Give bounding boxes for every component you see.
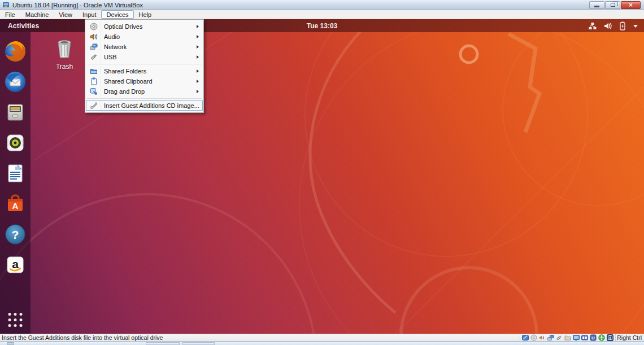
window-titlebar: Ubuntu 18.04 [Running] - Oracle VM Virtu… [0,0,644,10]
menu-separator [87,98,202,99]
submenu-arrow-icon [197,80,199,83]
restore-icon [611,3,615,7]
drag-and-drop-icon [89,88,98,95]
statusbar-device-icons: U [520,334,615,341]
files-icon[interactable] [4,101,27,124]
shared-folders-icon [89,67,98,75]
menu-help[interactable]: Help [134,10,157,19]
submenu-arrow-icon [197,90,199,93]
firefox-icon[interactable] [4,40,27,63]
statusbar-message: Insert the Guest Additions disk file int… [0,334,520,341]
svg-text:U: U [591,335,595,340]
menu-devices[interactable]: Devices [101,10,133,19]
menu-item-optical-drives[interactable]: Optical Drives [86,21,203,32]
ubuntu-software-icon[interactable]: A [4,193,27,215]
svg-text:A: A [12,201,19,211]
virtualbox-app-icon [2,1,10,8]
network-adapters-icon[interactable] [547,334,554,341]
svg-text:a: a [12,257,19,270]
hard-disks-icon[interactable] [522,334,529,341]
trash-icon [53,37,76,60]
window-title: Ubuntu 18.04 [Running] - Oracle VM Virtu… [12,2,589,8]
thunderbird-icon[interactable] [4,71,27,93]
keyboard-icon[interactable] [607,334,613,341]
submenu-arrow-icon [197,45,199,49]
close-icon: × [629,2,633,8]
dock: A ? a [0,32,31,334]
menu-item-audio[interactable]: Audio [86,32,203,42]
svg-text:?: ? [12,228,19,241]
optical-drive-icon[interactable] [530,334,537,341]
vm-menubar: File Machine View Input Devices Help [0,10,644,19]
menu-item-shared-clipboard[interactable]: Shared Clipboard [86,76,203,86]
menu-item-network[interactable]: Network [86,42,203,52]
shared-folders-icon[interactable] [564,334,571,341]
system-tray[interactable] [588,19,638,32]
submenu-arrow-icon [197,55,199,59]
features-icon[interactable]: U [590,334,597,341]
menu-view[interactable]: View [54,10,77,19]
network-icon [89,43,98,51]
minimize-icon [594,6,599,7]
menu-item-drag-and-drop[interactable]: Drag and Drop [86,86,203,97]
minimize-button[interactable] [589,1,604,9]
trash-label: Trash [51,63,78,71]
amazon-icon[interactable]: a [4,254,27,276]
close-button[interactable]: × [621,1,641,9]
usb-icon [89,53,98,61]
background-window-icon [7,342,14,345]
menu-machine[interactable]: Machine [20,10,54,19]
devices-menu: Optical Drives Audio Network [85,19,204,113]
submenu-arrow-icon [197,35,199,38]
volume-icon [603,21,612,30]
background-window-tab [182,342,215,345]
guest-additions-icon [89,102,98,110]
background-window-edge [0,341,644,345]
vm-display: Activities Tue 13:03 [0,19,644,334]
menu-item-usb[interactable]: USB [86,52,203,62]
audio-icon [89,33,98,41]
background-window-tab [146,342,180,345]
menu-item-shared-folders[interactable]: Shared Folders [86,66,203,76]
show-applications-button[interactable] [8,313,23,327]
rhythmbox-icon[interactable] [4,132,27,154]
optical-drives-icon [89,23,98,30]
chevron-down-icon [633,23,638,29]
mouse-integration-icon[interactable] [598,334,605,341]
trash-desktop-icon[interactable]: Trash [51,37,78,71]
host-key-label: Right Ctrl [615,334,644,341]
menu-separator [87,64,202,64]
recording-icon[interactable] [581,334,588,341]
vm-statusbar: Insert the Guest Additions disk file int… [0,334,644,341]
battery-icon [619,21,626,30]
shared-clipboard-icon [89,77,98,85]
menu-file[interactable]: File [0,10,20,19]
restore-button[interactable] [605,1,620,9]
display-icon[interactable] [573,334,580,341]
audio-icon[interactable] [539,334,546,341]
help-icon[interactable]: ? [4,223,27,246]
menu-item-insert-guest-additions[interactable]: Insert Guest Additions CD image... [86,101,203,111]
libreoffice-writer-icon[interactable] [4,162,27,185]
submenu-arrow-icon [197,25,199,28]
usb-icon[interactable] [556,334,563,341]
menu-input[interactable]: Input [77,10,101,19]
wired-network-icon [588,21,597,30]
submenu-arrow-icon [197,69,199,73]
virtualbox-window: Ubuntu 18.04 [Running] - Oracle VM Virtu… [0,0,644,345]
